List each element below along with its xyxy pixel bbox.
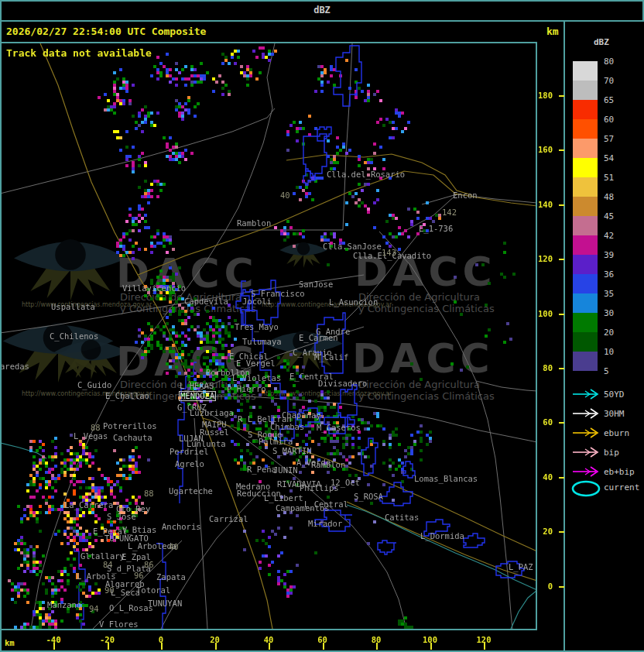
- place-label: Capdevila: [184, 297, 228, 306]
- place-label: C_Chilenos: [50, 332, 98, 341]
- track-arrow-eburn: [570, 426, 602, 440]
- window-title: dBZ: [0, 5, 644, 15]
- scale-swatch: [573, 216, 598, 235]
- route-number-label: 143: [382, 249, 396, 257]
- scale-swatch: [573, 100, 598, 119]
- scale-swatch: [573, 332, 598, 352]
- scale-swatch: [573, 274, 598, 293]
- scale-tick-label: 57: [604, 134, 614, 144]
- scale-tick-label: 51: [604, 173, 614, 183]
- place-label: L_Asuncion: [329, 298, 378, 307]
- scale-tick-label: 60: [604, 115, 614, 125]
- right-axis-tick-label: 80: [531, 363, 553, 372]
- scale-tick-label: 65: [604, 95, 614, 105]
- place-label: Totoral: [136, 586, 170, 595]
- scale-swatch: [573, 313, 598, 332]
- place-label: S_MARTIN: [272, 447, 312, 455]
- track-arrow-bip: [570, 445, 602, 459]
- right-axis-tick-label: 60: [531, 417, 553, 427]
- scale-tick-label: 48: [604, 192, 614, 202]
- storm-cell-outline: [464, 534, 485, 547]
- right-axis-tick-label: 140: [531, 200, 553, 209]
- right-axis-tick: [559, 95, 564, 97]
- track-arrow-eb+bip: [570, 465, 602, 479]
- right-axis-tick: [559, 314, 564, 315]
- place-label: O_L_Rosas: [109, 604, 153, 613]
- scale-tick-label: 54: [604, 153, 614, 163]
- place-label: JUNIN: [273, 466, 298, 475]
- right-axis-tick: [559, 149, 564, 151]
- place-label: R_Peña: [247, 465, 276, 474]
- right-axis-tick-label: 160: [531, 145, 553, 154]
- scale-swatch: [573, 81, 598, 100]
- storm-cell-outline: [378, 540, 396, 554]
- legend-item-label: bip: [604, 448, 619, 458]
- titlebar-divider: [0, 20, 644, 22]
- track-status: Track data not available: [6, 47, 152, 59]
- scale-swatch: [573, 158, 598, 177]
- bottom-axis-tick: [108, 643, 109, 650]
- place-label: Luzuriaga: [190, 409, 234, 417]
- place-label: Clla.SanJose: [323, 242, 382, 251]
- legend-item-label: 50YD: [604, 389, 625, 400]
- place-label: MENDOZA: [179, 391, 216, 401]
- place-label: Zapata: [156, 573, 186, 582]
- right-axis-tick-label: 20: [531, 527, 553, 536]
- place-label: La_Carrera: [64, 501, 113, 510]
- place-label: L_Violetas: [232, 374, 281, 383]
- bottom-axis-tick: [323, 643, 324, 650]
- legend-item-label: 30HM: [604, 409, 625, 419]
- place-label: V_Flores: [99, 620, 139, 629]
- route-number-label: 142: [442, 208, 457, 217]
- timestamp-label: 2026/02/27 22:54:00 UTC Composite: [6, 26, 206, 37]
- right-axis-tick-label: 0: [531, 582, 553, 591]
- scale-tick-label: 5: [604, 366, 609, 376]
- radar-app-window: dBZ 2026/02/27 22:54:00 UTC Composite km…: [0, 0, 644, 652]
- place-label: Lomas_Blancas: [414, 475, 478, 483]
- place-label: Ramblon: [311, 461, 345, 469]
- bottom-axis-tick: [484, 643, 485, 650]
- place-label: L_HERAS: [180, 382, 214, 390]
- right-axis-tick: [559, 422, 564, 424]
- scale-tick-label: 36: [604, 269, 614, 280]
- scale-tick-label: 42: [604, 231, 614, 241]
- place-label: Encon: [453, 191, 478, 200]
- place-label: M_Calif: [314, 353, 348, 362]
- place-label: Tulumaya: [242, 338, 282, 346]
- place-label: S_Jose: [107, 513, 136, 521]
- bottom-axis-tick: [376, 643, 378, 650]
- bottom-axis-tick: [161, 643, 163, 650]
- place-label: Villavicencio: [122, 284, 186, 293]
- storm-cell-outline: [303, 169, 315, 185]
- place-label: C_Guido: [77, 381, 111, 389]
- route-number-label: 86: [144, 561, 154, 569]
- place-label: Jocoli: [242, 297, 272, 306]
- place-label: L_Vegas: [74, 432, 108, 441]
- right-axis-tick-label: 180: [531, 91, 553, 100]
- place-label: E_Challao: [105, 392, 149, 400]
- storm-cell-outline: [315, 313, 345, 373]
- place-label: Uspallata: [51, 303, 95, 311]
- radar-map[interactable]: DACCDACCDACCDACCDirección de Agricultura…: [2, 43, 536, 629]
- place-label: Catitas: [385, 513, 419, 522]
- bottom-axis-tick: [53, 643, 55, 650]
- place-label: Perdriel: [170, 448, 209, 456]
- right-axis-unit: km: [546, 26, 559, 37]
- track-arrow-50yd: [570, 387, 602, 401]
- right-axis-tick-label: 40: [531, 472, 553, 482]
- legend-divider: [564, 22, 565, 650]
- legend-item-label: current: [604, 482, 639, 492]
- place-label: Palmira: [259, 438, 293, 446]
- storm-cell-outline: [361, 438, 378, 475]
- scale-tick-label: 20: [604, 328, 614, 338]
- scale-tick-label: 39: [604, 250, 614, 260]
- route-number-label: 88: [144, 489, 154, 498]
- scale-swatch: [573, 119, 598, 139]
- scale-tick-label: 45: [604, 211, 614, 221]
- track-arrow-30hm: [570, 407, 602, 420]
- place-label: P_Hierro: [227, 385, 266, 393]
- right-axis-tick: [559, 531, 564, 533]
- current-cell-symbol: [570, 480, 602, 494]
- place-label: aredas: [2, 362, 29, 371]
- right-axis-tick: [559, 204, 564, 206]
